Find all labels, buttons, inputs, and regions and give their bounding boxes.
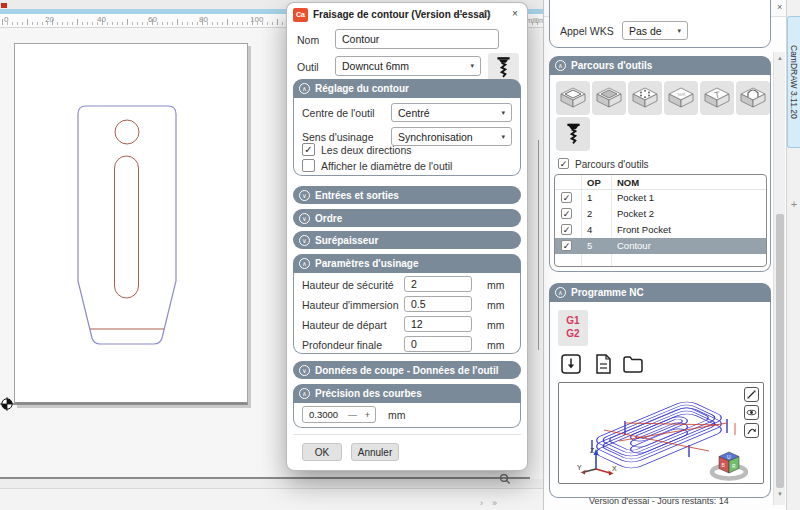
rotate-view-button[interactable] xyxy=(744,423,759,438)
fit-view-button[interactable] xyxy=(744,387,759,402)
cancel-button[interactable]: Annuler xyxy=(351,443,399,461)
gcode-button[interactable]: G1 G2 xyxy=(558,310,588,346)
horizontal-scrollbar[interactable] xyxy=(0,479,543,489)
unit-label: mm xyxy=(487,339,505,351)
start-height-input[interactable]: 12 xyxy=(404,316,472,332)
section-header-reglage[interactable]: ∧ Réglage du contour xyxy=(293,79,521,98)
table-row[interactable]: ✓ 1 Pocket 1 xyxy=(555,190,766,206)
show-diameter-checkbox[interactable] xyxy=(302,159,315,172)
scrollbar-thumb[interactable] xyxy=(776,214,784,488)
tool-value: Downcut 6mm xyxy=(342,60,409,72)
final-depth-input[interactable]: 0 xyxy=(404,336,472,352)
precision-stepper[interactable]: 0.3000 — + xyxy=(302,406,376,423)
show-diameter-label: Afficher le diamètre de l'outil xyxy=(321,160,452,172)
section-title: Programme NC xyxy=(571,287,644,298)
op-column-header: OP xyxy=(587,177,601,188)
row-checkbox[interactable]: ✓ xyxy=(561,240,572,251)
contour-toolpath-button[interactable] xyxy=(556,81,590,115)
row-checkbox[interactable]: ✓ xyxy=(561,192,572,203)
value: 0.5 xyxy=(411,298,426,310)
drill-toolpath-button[interactable] xyxy=(628,81,662,115)
maximize-button[interactable]: □ xyxy=(478,8,496,19)
camdraw-docker-tab[interactable]: CamDRAW 3.11.20 xyxy=(787,16,800,148)
section-header-precision[interactable]: ∧ Précision des courbes xyxy=(293,384,521,403)
section-title: Parcours d'outils xyxy=(571,60,652,71)
close-button[interactable]: × xyxy=(506,8,524,19)
camdraw-app-icon: Ca xyxy=(293,8,308,22)
op-cell: 5 xyxy=(587,240,592,251)
ok-button[interactable]: OK xyxy=(302,443,342,461)
pocket-toolpath-button[interactable] xyxy=(592,81,626,115)
row-checkbox[interactable]: ✓ xyxy=(561,208,572,219)
dialog-titlebar[interactable]: Ca Fraisage de contour (Version d'essai)… xyxy=(287,3,527,27)
section-header-surepaisseur[interactable]: ∨ Surépaisseur xyxy=(293,231,521,249)
name-input[interactable]: Contour xyxy=(335,29,499,49)
gcode-line: G1 xyxy=(558,314,588,327)
plunge-height-input[interactable]: 0.5 xyxy=(404,296,472,312)
name-value: Contour xyxy=(342,33,379,45)
section-header-entrees-sorties[interactable]: ∨ Entrées et sorties xyxy=(293,186,521,204)
hole-circle xyxy=(115,120,139,144)
table-row[interactable]: ✓ 4 Front Pocket xyxy=(555,222,766,238)
engrave-toolpath-button[interactable]: T xyxy=(700,81,734,115)
ruler-number: 80 xyxy=(199,15,208,24)
section-header-ordre[interactable]: ∨ Ordre xyxy=(293,209,521,227)
plunge-height-label: Hauteur d'immersion xyxy=(302,299,399,311)
tool-center-select[interactable]: Centré ▾ xyxy=(391,103,512,122)
tool-select[interactable]: Downcut 6mm ▾ xyxy=(335,56,481,76)
section-body-parametres: Hauteur de sécurité 2 mm Hauteur d'immer… xyxy=(293,273,521,354)
table-row-selected[interactable]: ✓ 5 Contour xyxy=(555,238,766,254)
add-docker-icon[interactable]: + xyxy=(787,198,800,210)
table-row[interactable]: ✓ 2 Pocket 2 xyxy=(555,206,766,222)
part-outline xyxy=(78,106,176,344)
text-toolpath-button[interactable]: Text xyxy=(664,81,698,115)
tool-manager-button[interactable] xyxy=(556,117,590,151)
scroll-up-icon[interactable]: ▲ xyxy=(774,55,786,61)
row-checkbox[interactable]: ✓ xyxy=(561,224,572,235)
arc-toolpath-button[interactable] xyxy=(736,81,770,115)
chevron-down-icon: ∨ xyxy=(299,365,310,376)
wks-select[interactable]: Pas de ▾ xyxy=(622,21,688,40)
cube-right-label: R xyxy=(732,463,736,469)
origin-marker[interactable] xyxy=(0,397,14,411)
vertical-scrollbar[interactable] xyxy=(538,140,539,350)
section-title: Surépaisseur xyxy=(315,235,378,246)
tool-library-button[interactable] xyxy=(488,53,519,82)
nom-column-header: NOM xyxy=(617,177,639,188)
orientation-cube[interactable]: U B R xyxy=(707,449,751,481)
stepper-minus-button[interactable]: — xyxy=(345,410,360,420)
toolpaths-visible-checkbox[interactable]: ✓ xyxy=(558,158,569,169)
chevron-down-icon: ∨ xyxy=(299,213,310,224)
engrave-3d-icon: T xyxy=(703,85,731,111)
zoom-icon[interactable] xyxy=(499,473,511,485)
safety-height-label: Hauteur de sécurité xyxy=(302,279,394,291)
screw-tool-icon xyxy=(566,122,581,146)
scroll-down-icon[interactable]: ▼ xyxy=(774,491,786,497)
slot-shape xyxy=(115,156,139,298)
safety-height-input[interactable]: 2 xyxy=(404,276,472,292)
section-header-programme-nc[interactable]: ∧ Programme NC xyxy=(549,283,771,302)
chevron-double-right-icon[interactable]: » xyxy=(492,498,497,508)
orbit-view-button[interactable] xyxy=(744,405,759,420)
section-header-parcours[interactable]: ∧ Parcours d'outils xyxy=(549,56,771,75)
drawing-page[interactable] xyxy=(14,43,248,405)
open-folder-button[interactable] xyxy=(620,352,646,376)
minimize-button[interactable]: — xyxy=(450,8,468,19)
chevron-up-icon: ∧ xyxy=(299,258,310,269)
panel-close-icon[interactable]: × xyxy=(777,2,782,12)
panel-scrollbar[interactable]: ▲ ▼ xyxy=(773,52,785,505)
nc-file-button[interactable] xyxy=(590,352,616,376)
section-header-donnees-coupe[interactable]: ∨ Données de coupe - Données de l'outil xyxy=(293,361,521,379)
chevron-up-icon: ∧ xyxy=(555,287,566,298)
stepper-plus-button[interactable]: + xyxy=(360,410,375,420)
section-title: Données de coupe - Données de l'outil xyxy=(315,365,499,376)
toolpath-preview[interactable]: Z X Y U B R xyxy=(558,382,764,484)
both-directions-checkbox[interactable]: ✓ xyxy=(302,143,315,156)
tool-label: Outil xyxy=(297,61,319,73)
section-title: Entrées et sorties xyxy=(315,190,399,201)
toolpath-table: OP NOM ✓ 1 Pocket 1 ✓ 2 Pocket 2 ✓ 4 Fro… xyxy=(554,174,767,267)
section-header-parametres[interactable]: ∧ Paramètres d'usinage xyxy=(293,254,521,273)
axis-triad: Z X Y xyxy=(577,445,617,479)
chevron-right-icon[interactable]: › xyxy=(480,498,483,508)
export-nc-button[interactable] xyxy=(558,352,584,376)
